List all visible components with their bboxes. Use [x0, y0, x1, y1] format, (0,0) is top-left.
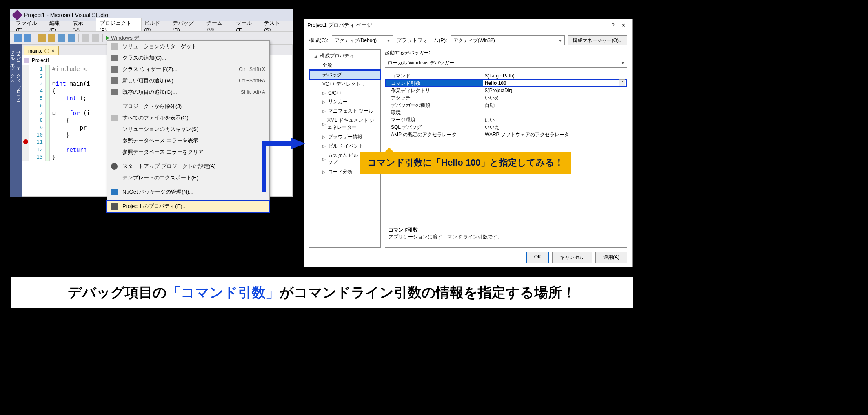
forward-icon[interactable] [24, 34, 31, 42]
line-number-gutter: 123 456 789 101112 13 [29, 65, 46, 161]
menu-view[interactable]: 表示(V) [73, 20, 90, 33]
menu-item-db-show[interactable]: 参照データベース エラーを表示 [107, 135, 269, 146]
config-dropdown[interactable]: アクティブ(Debug) [332, 35, 393, 45]
open-icon[interactable] [48, 34, 55, 42]
tree-manifest[interactable]: ▷マニフェスト ツール [309, 106, 380, 116]
change-margin [46, 65, 50, 161]
menu-edit[interactable]: 編集(E) [49, 20, 67, 33]
value-dropdown-icon[interactable]: ˅ [619, 79, 625, 86]
menu-build[interactable]: ビルド(B) [144, 20, 167, 33]
menu-team[interactable]: チーム(M) [206, 20, 230, 33]
vs-side-tabs: サーバー エクスプローラー ツールボックス [10, 44, 22, 197]
property-pages-window: Project1 プロパティ ページ ? ✕ 構成(C): アクティブ(Debu… [304, 19, 633, 267]
menu-item-nuget[interactable]: NuGet パッケージの管理(N)... [107, 186, 269, 198]
property-tree[interactable]: ◢構成プロパティ 全般 デバッグ VC++ ディレクトリ ▷C/C++ ▷リンカ… [309, 49, 381, 248]
wrench-icon [111, 203, 118, 210]
redo-icon[interactable] [92, 34, 99, 42]
undo-icon[interactable] [82, 34, 89, 42]
save-icon[interactable] [58, 34, 65, 42]
grid-row-command-args[interactable]: コマンド引数Hello 100 [385, 79, 627, 87]
grid-row-attach[interactable]: アタッチいいえ [385, 94, 627, 102]
close-icon[interactable]: × [51, 48, 54, 54]
file-tab-main-c[interactable]: main.c × [24, 46, 59, 55]
annotation-callout: コマンド引数に「Hello 100」と指定してみる！ [360, 152, 571, 174]
grid-row-env[interactable]: 環境 [385, 109, 627, 116]
property-right-pane: 起動するデバッガー: ローカル Windows デバッガー コマンド$(Targ… [385, 49, 627, 248]
nuget-icon [111, 189, 118, 195]
menu-item-exclude[interactable]: プロジェクトから除外(J) [107, 101, 269, 112]
show-all-icon [111, 115, 118, 121]
tree-debug[interactable]: デバッグ [309, 70, 380, 79]
add-class-icon [111, 55, 118, 61]
source-text[interactable]: #include < ⊟int main(i { int i; ⊟ for (i… [50, 65, 90, 161]
menu-item-retarget[interactable]: ソリューションの再ターゲット [107, 41, 269, 52]
vs-menubar: ファイル(F) 編集(E) 表示(V) プロジェクト(P) ビルド(B) デバッ… [10, 21, 293, 31]
callout-tail-icon [384, 148, 395, 153]
tree-cc[interactable]: ▷C/C++ [309, 89, 380, 97]
close-button[interactable]: ✕ [618, 22, 629, 29]
property-grid[interactable]: コマンド$(TargetPath) コマンド引数Hello 100 作業ディレク… [385, 72, 627, 224]
menu-separator [109, 159, 267, 159]
grid-row-amp[interactable]: AMP の既定のアクセラレータWARP ソフトウェアのアクセラレータ [385, 131, 627, 138]
menu-item-add-class[interactable]: クラスの追加(C)... [107, 52, 269, 64]
tree-buildev[interactable]: ▷ビルド イベント [309, 141, 380, 151]
grid-row-workdir[interactable]: 作業ディレクトリ$(ProjectDir) [385, 87, 627, 94]
pp-title: Project1 プロパティ ページ [307, 22, 372, 29]
config-manager-button[interactable]: 構成マネージャー(O)... [568, 35, 627, 45]
menu-item-rescan[interactable]: ソリューションの再スキャン(S) [107, 124, 269, 135]
menu-debug[interactable]: デバッグ(D) [173, 20, 201, 33]
save-all-icon[interactable] [68, 34, 75, 42]
cancel-button[interactable]: キャンセル [552, 252, 592, 263]
tree-browse[interactable]: ▷ブラウザー情報 [309, 132, 380, 141]
tree-general[interactable]: 全般 [309, 61, 380, 70]
scope-label: Project1 [32, 57, 50, 63]
help-button[interactable]: ? [608, 22, 618, 29]
menu-item-db-clear[interactable]: 参照データベース エラーをクリア [107, 146, 269, 158]
menu-item-startup[interactable]: スタートアップ プロジェクトに設定(A) [107, 161, 269, 172]
platform-label: プラットフォーム(P): [396, 37, 447, 44]
menu-item-export-template[interactable]: テンプレートのエクスポート(E)... [107, 172, 269, 183]
debugger-select[interactable]: ローカル Windows デバッガー [385, 58, 627, 68]
menu-separator [109, 99, 267, 99]
config-label: 構成(C): [309, 37, 329, 44]
menu-separator [109, 199, 267, 199]
back-icon[interactable] [14, 34, 22, 42]
platform-dropdown[interactable]: アクティブ(Win32) [451, 35, 565, 45]
grid-row-sql-debug[interactable]: SQL デバッグいいえ [385, 124, 627, 131]
sidetab-server-explorer[interactable]: サーバー エクスプローラー [16, 44, 22, 197]
grid-row-command[interactable]: コマンド$(TargetPath) [385, 72, 627, 79]
grid-row-merge-env[interactable]: マージ環境はい [385, 116, 627, 124]
menu-item-class-wizard[interactable]: クラス ウィザード(Z)...Ctrl+Shift+X [107, 64, 269, 75]
menu-item-new-item[interactable]: 新しい項目の追加(W)...Ctrl+Shift+A [107, 75, 269, 86]
breakpoint-icon[interactable] [23, 139, 28, 144]
project-menu-dropdown: ソリューションの再ターゲット クラスの追加(C)... クラス ウィザード(Z)… [107, 40, 270, 212]
toolbar-separator [102, 34, 103, 42]
new-item-icon [111, 77, 118, 84]
new-project-icon[interactable] [38, 34, 46, 42]
menu-item-show-all[interactable]: すべてのファイルを表示(O) [107, 112, 269, 124]
property-description: コマンド引数 アプリケーションに渡すコマンド ライン引数です。 [385, 224, 627, 248]
pin-icon[interactable] [44, 48, 50, 54]
menu-tools[interactable]: ツール(T) [236, 20, 258, 33]
sidetab-toolbox[interactable]: ツールボックス [9, 44, 16, 197]
pp-config-row: 構成(C): アクティブ(Debug) プラットフォーム(P): アクティブ(W… [304, 31, 632, 49]
grid-row-debugger-type[interactable]: デバッガーの種類自動 [385, 102, 627, 109]
ok-button[interactable]: OK [526, 252, 549, 263]
apply-button[interactable]: 適用(A) [595, 252, 627, 263]
retarget-icon [111, 43, 118, 50]
caption-text: デバッグ項目の「コマンド引数」がコマンドライン引数の情報を指定する場所！ [68, 283, 576, 302]
menu-test[interactable]: テスト(S) [264, 20, 287, 33]
visual-studio-window: Project1 - Microsoft Visual Studio ファイル(… [10, 9, 293, 197]
toolbar-separator [35, 34, 35, 42]
caption-bar: デバッグ項目の「コマンド引数」がコマンドライン引数の情報を指定する場所！ [11, 277, 633, 308]
tree-root[interactable]: ◢構成プロパティ [309, 51, 380, 61]
file-tab-label: main.c [28, 48, 42, 54]
existing-item-icon [111, 89, 118, 95]
menu-item-existing-item[interactable]: 既存の項目の追加(G)...Shift+Alt+A [107, 86, 269, 98]
menu-item-properties[interactable]: Project1 のプロパティ(E)... [107, 201, 269, 212]
tree-vcdir[interactable]: VC++ ディレクトリ [309, 79, 380, 89]
tree-xml[interactable]: ▷XML ドキュメント ジェネレーター [309, 116, 380, 132]
tree-linker[interactable]: ▷リンカー [309, 97, 380, 106]
breakpoint-margin[interactable] [22, 65, 29, 161]
menu-file[interactable]: ファイル(F) [16, 20, 44, 33]
